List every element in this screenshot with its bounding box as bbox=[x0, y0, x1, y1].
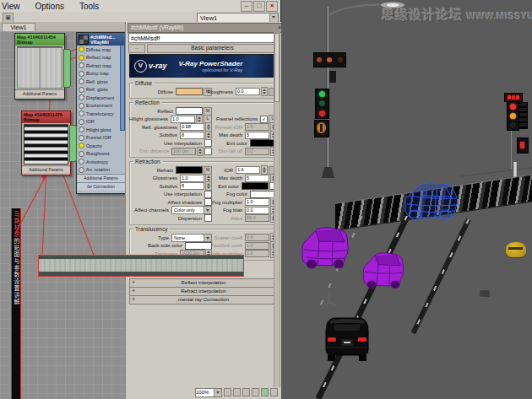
chevron-down-icon[interactable] bbox=[214, 389, 221, 396]
value-field[interactable]: 5 bbox=[245, 132, 269, 139]
zoom-tool-icon[interactable] bbox=[233, 388, 241, 396]
group-diffuse: DiffuseDiffuseMRoughness0.0 bbox=[129, 83, 280, 99]
pan-hand-icon[interactable] bbox=[270, 388, 278, 396]
bitmap-node-road[interactable]: Map #1040311454 Bitmap Additional Params bbox=[14, 33, 65, 100]
param-label: Subdivs bbox=[160, 184, 177, 189]
vray-powershader-banner: V v-ray V-Ray PowerShader optimized for … bbox=[129, 54, 278, 78]
param-label: Affect shadows bbox=[167, 200, 202, 205]
close-button[interactable]: × bbox=[266, 1, 278, 12]
menu-view[interactable]: View bbox=[0, 2, 28, 11]
maximize-button[interactable]: □ bbox=[253, 1, 265, 12]
road-texture-strip[interactable] bbox=[38, 255, 244, 277]
dropdown[interactable]: Color only bbox=[171, 206, 212, 214]
group-label: Diffuse bbox=[133, 80, 154, 86]
dropdown-value: None bbox=[174, 235, 185, 240]
node-output-tab[interactable] bbox=[63, 49, 71, 88]
traffic-light-vertical[interactable] bbox=[315, 89, 329, 119]
param-label: Glossiness bbox=[153, 175, 177, 181]
node-footer[interactable]: Additional Params bbox=[22, 165, 70, 173]
rollout-label: mental ray Connection bbox=[178, 297, 229, 302]
panel-title-bar[interactable]: #chMMsdff (VRayMtl) × bbox=[128, 23, 283, 33]
car-black-rear[interactable] bbox=[323, 312, 372, 363]
chevron-down-icon[interactable] bbox=[204, 207, 211, 213]
banner-title: V-Ray PowerShader bbox=[179, 60, 243, 67]
param-label: Fog color bbox=[226, 191, 247, 197]
value-field[interactable]: 50.0 bbox=[245, 214, 269, 222]
rollout-basic-parameters[interactable]: Basic parameters bbox=[147, 44, 278, 53]
spinner-arrows-icon[interactable] bbox=[205, 181, 212, 191]
spinner-arrows-icon[interactable] bbox=[261, 87, 268, 96]
node-subtitle: Bitmap bbox=[24, 117, 68, 122]
pan-tool-icon[interactable] bbox=[224, 388, 231, 396]
param-label: Diffuse bbox=[157, 89, 173, 94]
value-field[interactable]: 5 bbox=[245, 175, 269, 182]
wire-long-2 bbox=[58, 162, 95, 257]
minimize-button[interactable]: – bbox=[241, 1, 252, 12]
spinner-arrows-icon[interactable] bbox=[261, 165, 268, 175]
value-field[interactable]: 8 bbox=[180, 182, 204, 190]
traffic-light-right[interactable] bbox=[507, 101, 519, 131]
value-field[interactable]: 1.0 bbox=[245, 250, 269, 257]
signal-bracket bbox=[329, 71, 336, 83]
car-blue-wireframe[interactable] bbox=[402, 179, 461, 223]
param-label: Affect channels bbox=[134, 208, 169, 213]
traffic-light-horizontal[interactable] bbox=[313, 52, 346, 67]
perspective-viewport[interactable]: 思缘设计论坛 WWW.MISSYUAN.COM bbox=[281, 0, 532, 399]
bitmap-preview[interactable] bbox=[17, 46, 62, 89]
menu-tools[interactable]: Tools bbox=[72, 2, 106, 11]
group-reflection: ReflectionReflectMHilight glossiness1.0L… bbox=[129, 102, 280, 158]
material-name-input[interactable] bbox=[128, 33, 279, 43]
car-yellow[interactable] bbox=[506, 242, 526, 257]
rollout-mental-ray-connection[interactable]: + mental ray Connection bbox=[129, 295, 278, 305]
zoom-selected-icon[interactable] bbox=[261, 388, 269, 396]
checkbox[interactable] bbox=[204, 214, 212, 222]
checkbox[interactable] bbox=[204, 148, 212, 155]
node-output-tab[interactable] bbox=[69, 125, 77, 162]
spinner-arrows-icon[interactable] bbox=[197, 147, 204, 156]
plus-icon: + bbox=[132, 296, 135, 303]
zoom-level-dropdown[interactable]: 100% bbox=[195, 388, 222, 397]
color-swatch[interactable] bbox=[176, 88, 203, 95]
value-field[interactable]: 0.0 bbox=[245, 148, 269, 155]
param-row: Subdivs8Exit color bbox=[130, 182, 279, 191]
banner-subtitle: optimized for V-Ray bbox=[179, 67, 243, 73]
car-purple-1[interactable] bbox=[299, 223, 351, 270]
bitmap-node-stripes[interactable]: Map #1040311476 Bitmap Additional Params bbox=[21, 111, 71, 175]
param-label: Roughness bbox=[208, 89, 233, 94]
menu-options[interactable]: Options bbox=[28, 2, 72, 11]
value-field[interactable]: 100.0m bbox=[171, 148, 196, 155]
value-field[interactable]: 8 bbox=[180, 132, 204, 139]
zoom-region-icon[interactable] bbox=[242, 388, 250, 396]
pedestrian-signal[interactable] bbox=[314, 120, 329, 137]
value-field[interactable]: 0.0 bbox=[236, 88, 260, 95]
red-man-icon bbox=[520, 142, 524, 148]
pedestrian-signal-right[interactable] bbox=[517, 137, 529, 154]
spinner-arrows-icon[interactable] bbox=[205, 131, 212, 140]
param-label: Abbe bbox=[231, 216, 242, 221]
plus-icon: + bbox=[132, 279, 135, 286]
car-purple-2[interactable] bbox=[361, 248, 406, 290]
panel-bottom-bar: 100% bbox=[126, 387, 281, 397]
zoom-extents-icon[interactable] bbox=[252, 388, 259, 396]
plus-icon: + bbox=[132, 288, 135, 294]
panel-scrollbar[interactable] bbox=[274, 32, 280, 396]
param-label: Fresnel reflections bbox=[216, 116, 258, 121]
node-footer[interactable]: Additional Params bbox=[15, 89, 64, 97]
more-options-button[interactable]: ... bbox=[128, 44, 145, 53]
lamp-pole[interactable] bbox=[326, 7, 330, 169]
dropdown-value: Color only bbox=[174, 208, 195, 213]
screenshot-root: View Options Tools – □ × ▣ View1 View1 bbox=[0, 0, 532, 399]
chevron-down-icon[interactable] bbox=[204, 235, 211, 241]
checkbox[interactable] bbox=[204, 198, 212, 206]
color-swatch[interactable] bbox=[242, 182, 269, 190]
distant-object[interactable] bbox=[480, 290, 490, 297]
signal-light-amber-icon bbox=[327, 57, 332, 62]
group-refraction: RefractionRefractMIOR1.6Glossiness1.0Max… bbox=[129, 161, 280, 225]
dropdown[interactable]: None bbox=[171, 234, 212, 242]
spinner-arrows-icon[interactable] bbox=[196, 115, 203, 124]
node-graph-canvas[interactable]: Map #1040311454 Bitmap Additional Params… bbox=[0, 31, 126, 399]
param-label: Dim fall off bbox=[219, 148, 242, 154]
checkbox[interactable] bbox=[204, 191, 212, 198]
bitmap-preview[interactable] bbox=[24, 124, 68, 164]
param-label: Scatter coeff bbox=[214, 235, 242, 240]
